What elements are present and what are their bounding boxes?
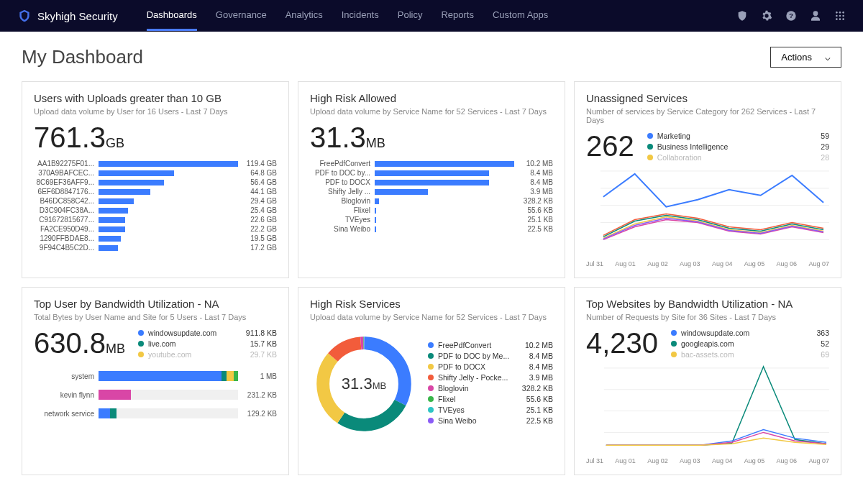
bar-track: [375, 160, 514, 168]
bar-label: 6EF6D8847176...: [34, 188, 99, 196]
gear-icon[interactable]: [761, 10, 772, 22]
bar-label: B46DC858C42...: [34, 197, 99, 205]
nav-policy[interactable]: Policy: [398, 1, 423, 31]
bar-track: [375, 207, 514, 214]
card-title: Unassigned Services: [586, 92, 829, 104]
stacked-bar-list: system1 MBkevin flynn231.2 KBnetwork ser…: [34, 371, 277, 418]
stacked-bar-row: system1 MB: [34, 371, 277, 381]
legend-name: googleapis.com: [681, 339, 816, 348]
big-metric: 4,230: [586, 329, 658, 357]
bar-track: [375, 179, 514, 186]
legend-item[interactable]: FreePdfConvert10.2 MB: [428, 341, 553, 349]
legend-name: Flixel: [438, 395, 522, 403]
legend-item[interactable]: Marketing59: [647, 132, 829, 140]
legend-dot-icon: [647, 133, 653, 139]
bar-value: 22.5 KB: [514, 225, 553, 233]
legend-dot-icon: [428, 418, 434, 423]
bar-row: PDF to DOC by...8.4 MB: [310, 168, 553, 178]
legend-name: PDF to DOC by Me...: [438, 352, 525, 360]
legend-item[interactable]: Shifty Jelly - Pocke...3.9 MB: [428, 373, 553, 382]
bar-value: 25.4 GB: [238, 206, 277, 214]
stacked-bar-row: kevin flynn231.2 KB: [34, 390, 277, 400]
legend: Marketing59Business Intelligence29Collab…: [647, 132, 829, 164]
legend-dot-icon: [671, 352, 677, 357]
svg-point-7: [842, 15, 844, 17]
card-subtitle: Number of services by Service Category f…: [586, 107, 829, 124]
bar-row: FreePdfConvert10.2 MB: [310, 159, 553, 168]
chevron-down-icon: ⌵: [825, 52, 831, 63]
bar-track: [99, 244, 238, 252]
legend-item[interactable]: youtube.com29.7 KB: [138, 350, 277, 359]
nav-incidents[interactable]: Incidents: [342, 1, 379, 31]
shield-icon[interactable]: [736, 10, 748, 22]
legend-name: Business Intelligence: [657, 142, 817, 151]
legend-item[interactable]: TVEyes25.1 KB: [428, 406, 553, 414]
page-title: My Dashboard: [22, 46, 143, 68]
legend-item[interactable]: Business Intelligence29: [647, 142, 829, 151]
bar-label: AA1B92275F01...: [34, 160, 99, 168]
legend-dot-icon: [428, 396, 434, 402]
legend-item[interactable]: Flixel55.6 KB: [428, 395, 553, 403]
nav-governance[interactable]: Governance: [216, 1, 267, 31]
bar-value: 17.2 GB: [238, 244, 277, 252]
nav-analytics[interactable]: Analytics: [286, 1, 323, 31]
svg-text:?: ?: [789, 12, 793, 19]
legend-item[interactable]: bac-assets.com69: [671, 350, 829, 359]
bar-row: 8C69EF36AFF9...56.4 GB: [34, 178, 277, 187]
legend-value: 55.6 KB: [526, 395, 553, 403]
legend-value: 328.2 KB: [522, 384, 553, 393]
legend-item[interactable]: windowsupdate.com363: [671, 329, 829, 337]
bar-row: 370A9BAFCEC...64.8 GB: [34, 168, 277, 178]
legend-item[interactable]: live.com15.7 KB: [138, 339, 277, 348]
legend-item[interactable]: PDF to DOC by Me...8.4 MB: [428, 352, 553, 360]
bar-label: kevin flynn: [34, 391, 99, 399]
x-tick: Aug 07: [808, 260, 829, 267]
x-tick: Jul 31: [586, 457, 603, 464]
app-header: Skyhigh Security DashboardsGovernanceAna…: [0, 0, 863, 32]
legend: FreePdfConvert10.2 MBPDF to DOC by Me...…: [428, 341, 553, 427]
card-subtitle: Upload data volume by Service Name for 5…: [310, 313, 553, 321]
card-title: High Risk Allowed: [310, 92, 553, 104]
legend-name: TVEyes: [438, 406, 522, 414]
legend-item[interactable]: Bloglovin328.2 KB: [428, 384, 553, 393]
stacked-bar: [99, 408, 238, 418]
x-tick: Aug 01: [615, 457, 636, 464]
legend-dot-icon: [671, 330, 677, 336]
legend-dot-icon: [647, 144, 653, 150]
svg-point-6: [839, 15, 841, 17]
legend-item[interactable]: windowsupdate.com911.8 KB: [138, 329, 277, 337]
nav-custom-apps[interactable]: Custom Apps: [493, 1, 548, 31]
main-nav: DashboardsGovernanceAnalyticsIncidentsPo…: [147, 1, 549, 31]
legend-item[interactable]: Sina Weibo22.5 KB: [428, 416, 553, 425]
line-chart: [586, 164, 829, 257]
legend-item[interactable]: googleapis.com52: [671, 339, 829, 348]
nav-dashboards[interactable]: Dashboards: [147, 1, 197, 31]
bar-value: 22.2 GB: [238, 225, 277, 233]
legend-item[interactable]: Collaboration28: [647, 153, 829, 162]
bar-row: 6EF6D8847176...44.1 GB: [34, 187, 277, 196]
actions-button[interactable]: Actions ⌵: [770, 47, 841, 68]
bar-label: network service: [34, 410, 99, 418]
legend-item[interactable]: PDF to DOCX8.4 MB: [428, 362, 553, 371]
bar-value: 328.2 KB: [514, 197, 553, 205]
brand-logo: Skyhigh Security: [17, 9, 118, 23]
bar-label: D3C904FC38A...: [34, 206, 99, 214]
apps-grid-icon[interactable]: [834, 10, 846, 22]
bar-track: [99, 198, 238, 205]
bar-value: 119.4 GB: [238, 160, 277, 168]
card-unassigned-services: Unassigned Services Number of services b…: [574, 81, 841, 278]
bar-label: Sina Weibo: [310, 225, 375, 233]
nav-reports[interactable]: Reports: [441, 1, 474, 31]
bar-track: [375, 216, 514, 224]
help-icon[interactable]: ?: [785, 10, 797, 22]
bar-track: [375, 198, 514, 205]
legend-value: 8.4 MB: [529, 352, 553, 360]
bar-label: C91672815677...: [34, 216, 99, 224]
legend-name: Marketing: [657, 132, 817, 140]
bar-track: [99, 170, 238, 177]
stacked-bar-row: network service129.2 KB: [34, 408, 277, 418]
x-axis: Jul 31Aug 01Aug 02Aug 03Aug 04Aug 05Aug …: [586, 457, 829, 464]
bar-value: 25.1 KB: [514, 216, 553, 224]
x-tick: Jul 31: [586, 260, 603, 267]
user-icon[interactable]: [810, 10, 821, 22]
